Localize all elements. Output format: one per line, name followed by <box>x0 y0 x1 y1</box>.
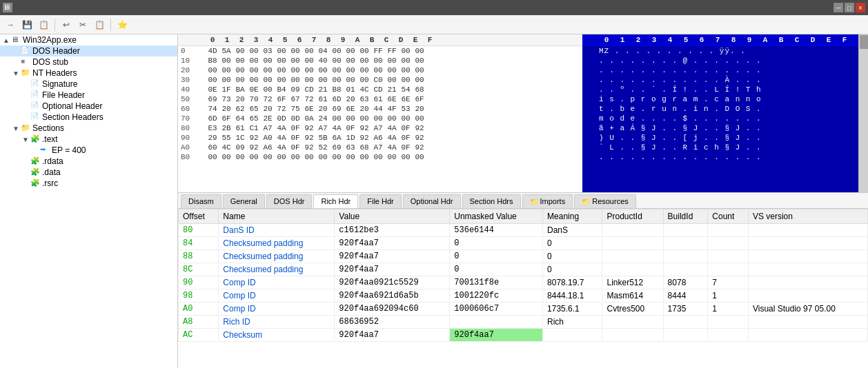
hex-cell[interactable]: 04 <box>316 47 330 55</box>
hex-cell[interactable]: 40 <box>316 57 330 65</box>
hex-cell[interactable]: 00 <box>233 153 247 161</box>
hex-cell[interactable]: 0F <box>288 124 302 132</box>
hex-cell[interactable]: 68 <box>357 143 371 152</box>
hex-cell[interactable]: 00 <box>219 153 233 161</box>
hex-cell[interactable]: 2E <box>261 114 275 123</box>
hex-cell[interactable]: 0F <box>399 134 413 142</box>
hex-cell[interactable]: 00 <box>288 153 302 161</box>
minimize-button[interactable]: ─ <box>834 3 843 12</box>
hex-cell[interactable]: 4A <box>385 124 399 132</box>
hex-cell[interactable]: 00 <box>275 76 288 84</box>
hex-cell[interactable]: 00 <box>206 66 219 74</box>
hex-cell[interactable]: 00 <box>344 47 357 55</box>
hex-cell[interactable]: 90 <box>233 47 247 55</box>
hex-cell[interactable]: 2B <box>219 124 233 132</box>
hex-cell[interactable]: 00 <box>330 66 344 74</box>
hex-cell[interactable]: 00 <box>275 47 288 55</box>
hex-cell[interactable]: 00 <box>385 66 399 74</box>
hex-cell[interactable]: 73 <box>219 95 233 103</box>
hex-cell[interactable]: 20 <box>261 105 275 113</box>
hex-cell[interactable]: 6A <box>330 134 344 142</box>
hex-cell[interactable]: 52 <box>316 143 330 152</box>
hex-cell[interactable]: 00 <box>219 57 233 65</box>
hex-cell[interactable]: 00 <box>330 114 344 123</box>
hex-cell[interactable]: 00 <box>233 66 247 74</box>
hex-cell[interactable]: A7 <box>371 143 385 152</box>
hex-cell[interactable]: 09 <box>233 143 247 152</box>
hex-cell[interactable]: 00 <box>357 47 371 55</box>
hex-cell[interactable]: 00 <box>316 66 330 74</box>
sidebar-item-nt-headers[interactable]: ▼📁NT Headers <box>0 68 177 79</box>
hex-cell[interactable]: 92 <box>413 124 426 132</box>
hex-cell[interactable]: 00 <box>275 57 288 65</box>
hex-scrollbar[interactable] <box>858 34 868 192</box>
hex-cell[interactable]: 20 <box>344 95 357 103</box>
hex-cell[interactable]: 20 <box>316 105 330 113</box>
hex-cell[interactable]: 4C <box>219 143 233 152</box>
hex-cell[interactable]: A7 <box>316 124 330 132</box>
hex-cell[interactable]: 00 <box>371 153 385 161</box>
hex-cell[interactable]: 00 <box>399 153 413 161</box>
hex-cell[interactable]: 67 <box>288 95 302 103</box>
sidebar-item-signature[interactable]: 📄Signature <box>0 79 177 90</box>
hex-cell[interactable]: 00 <box>385 57 399 65</box>
tab-disasm[interactable]: Disasm <box>181 194 221 208</box>
hex-cell[interactable]: 20 <box>357 105 371 113</box>
hex-cell[interactable]: 00 <box>302 57 316 65</box>
expander-text[interactable]: ▼ <box>22 136 30 143</box>
hex-cell[interactable]: 00 <box>261 85 275 94</box>
hex-cell[interactable]: 6D <box>330 95 344 103</box>
hex-cell[interactable]: 00 <box>399 66 413 74</box>
hex-cell[interactable]: 00 <box>344 114 357 123</box>
hex-cell[interactable]: 00 <box>357 153 371 161</box>
hex-cell[interactable]: 00 <box>330 47 344 55</box>
hex-cell[interactable]: 6F <box>413 95 426 103</box>
hex-cell[interactable]: 92 <box>357 124 371 132</box>
hex-cell[interactable]: 00 <box>357 66 371 74</box>
tab-general[interactable]: General <box>223 194 265 208</box>
hex-cell[interactable]: 65 <box>247 114 261 123</box>
hex-cell[interactable]: 1C <box>233 134 247 142</box>
hex-cell[interactable]: CD <box>302 85 316 94</box>
hex-cell[interactable]: 00 <box>302 66 316 74</box>
hex-cell[interactable]: 00 <box>399 57 413 65</box>
hex-cell[interactable]: 0F <box>344 124 357 132</box>
hex-cell[interactable]: 6D <box>206 114 219 123</box>
hex-cell[interactable]: C1 <box>247 124 261 132</box>
hex-cell[interactable]: 69 <box>330 105 344 113</box>
hex-cell[interactable]: 65 <box>247 105 261 113</box>
hex-cell[interactable]: 00 <box>206 153 219 161</box>
hex-cell[interactable]: A6 <box>261 143 275 152</box>
hex-cell[interactable]: 00 <box>344 66 357 74</box>
hex-cell[interactable]: 92 <box>413 143 426 152</box>
hex-cell[interactable]: 64 <box>233 114 247 123</box>
hex-cell[interactable]: 29 <box>206 134 219 142</box>
hex-cell[interactable]: 00 <box>275 66 288 74</box>
hex-cell[interactable]: 0F <box>288 134 302 142</box>
hex-cell[interactable]: 00 <box>247 153 261 161</box>
hex-cell[interactable]: 00 <box>247 66 261 74</box>
hex-cell[interactable]: 63 <box>344 143 357 152</box>
hex-cell[interactable]: 54 <box>399 85 413 94</box>
hex-cell[interactable]: 00 <box>316 76 330 84</box>
hex-cell[interactable]: FF <box>371 47 385 55</box>
sidebar-item-sections[interactable]: ▼📁Sections <box>0 123 177 134</box>
hex-cell[interactable]: 69 <box>206 95 219 103</box>
hex-cell[interactable]: 60 <box>206 143 219 152</box>
hex-cell[interactable]: 0F <box>399 124 413 132</box>
hex-cell[interactable]: 4A <box>385 143 399 152</box>
hex-cell[interactable]: 00 <box>357 76 371 84</box>
sidebar-item-data[interactable]: 🧩.data <box>0 167 177 178</box>
hex-cell[interactable]: 00 <box>413 114 426 123</box>
hex-cell[interactable]: 6E <box>302 105 316 113</box>
hex-cell[interactable]: 00 <box>344 153 357 161</box>
hex-cell[interactable]: 00 <box>288 47 302 55</box>
hex-cell[interactable]: 61 <box>233 124 247 132</box>
sidebar-item-win32app[interactable]: ▲🖥Win32App.exe <box>0 34 177 45</box>
hex-cell[interactable]: 00 <box>399 114 413 123</box>
hex-cell[interactable]: 00 <box>261 57 275 65</box>
hex-cell[interactable]: 92 <box>413 134 426 142</box>
hex-cell[interactable]: 4F <box>385 105 399 113</box>
hex-cell[interactable]: 4C <box>357 85 371 94</box>
hex-cell[interactable]: 4D <box>206 47 219 55</box>
